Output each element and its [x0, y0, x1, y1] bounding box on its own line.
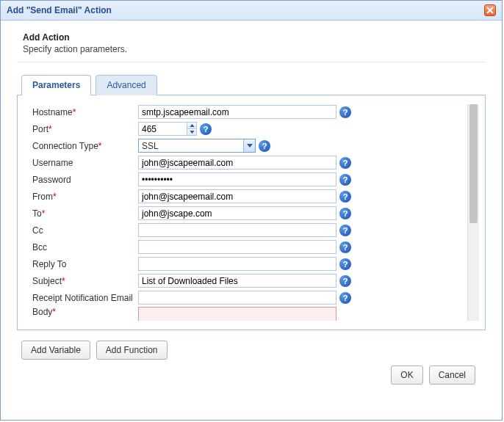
password-input[interactable]	[138, 172, 336, 186]
row-to: To* ?	[32, 205, 464, 221]
cancel-button[interactable]: Cancel	[429, 365, 475, 385]
dropdown-toggle	[243, 139, 255, 152]
cc-input[interactable]	[138, 223, 336, 237]
port-spin-up[interactable]	[187, 123, 196, 129]
close-button[interactable]	[484, 4, 496, 16]
help-icon[interactable]: ?	[339, 106, 351, 118]
help-icon[interactable]: ?	[339, 241, 351, 253]
bcc-input[interactable]	[138, 240, 336, 254]
connection-type-select[interactable]: SSL	[138, 139, 256, 153]
help-icon[interactable]: ?	[339, 275, 351, 287]
label-from: From*	[32, 192, 138, 202]
close-icon	[486, 7, 494, 14]
username-input[interactable]	[138, 156, 336, 170]
dialog-footer: OK Cancel	[17, 360, 486, 393]
titlebar: Add "Send Email" Action	[1, 1, 502, 21]
label-hostname: Hostname*	[32, 107, 138, 117]
row-username: Username ?	[32, 155, 464, 170]
port-input[interactable]	[138, 122, 187, 136]
help-icon[interactable]: ?	[339, 258, 351, 270]
dialog-window: Add "Send Email" Action Add Action Speci…	[0, 0, 503, 421]
tab-advanced[interactable]: Advanced	[96, 75, 156, 95]
vertical-scrollbar[interactable]	[467, 104, 479, 321]
row-bcc: Bcc ?	[32, 239, 464, 255]
help-icon[interactable]: ?	[339, 292, 351, 304]
receipt-input[interactable]	[138, 291, 336, 305]
label-to: To*	[32, 208, 138, 219]
header-title: Add Action	[23, 32, 486, 43]
chevron-down-icon	[247, 144, 253, 148]
row-subject: Subject* ?	[32, 273, 464, 288]
help-icon[interactable]: ?	[339, 174, 351, 186]
add-variable-button[interactable]: Add Variable	[21, 341, 90, 360]
dialog-body: Add Action Specify action parameters. Pa…	[1, 21, 502, 420]
label-bcc: Bcc	[32, 242, 138, 252]
row-from: From* ?	[32, 189, 464, 204]
row-password: Password ?	[32, 172, 464, 187]
tab-strip: Parameters Advanced	[17, 74, 486, 95]
action-buttons-row: Add Variable Add Function	[17, 341, 486, 360]
form-area: Hostname* ? Port*	[32, 104, 464, 321]
connection-type-value: SSL	[139, 141, 243, 151]
subject-input[interactable]	[138, 274, 336, 288]
chevron-up-icon	[190, 124, 195, 127]
row-port: Port* ?	[32, 121, 464, 137]
label-reply-to: Reply To	[32, 259, 138, 269]
row-reply-to: Reply To ?	[32, 256, 464, 272]
tab-panel-parameters: Hostname* ? Port*	[17, 95, 486, 330]
scrollbar-thumb[interactable]	[469, 104, 478, 223]
port-spin-down[interactable]	[187, 129, 196, 135]
label-subject: Subject*	[32, 276, 138, 286]
hostname-input[interactable]	[138, 105, 336, 119]
row-connection-type: Connection Type* SSL ?	[32, 138, 464, 153]
port-spinner	[138, 122, 197, 136]
help-icon[interactable]: ?	[339, 225, 351, 236]
header-subtitle: Specify action parameters.	[23, 44, 486, 54]
row-cc: Cc ?	[32, 222, 464, 238]
window-title: Add "Send Email" Action	[7, 5, 112, 15]
label-password: Password	[32, 175, 138, 185]
chevron-down-icon	[190, 131, 195, 134]
label-receipt: Receipt Notification Email	[32, 293, 138, 303]
label-connection-type: Connection Type*	[32, 141, 138, 151]
help-icon[interactable]: ?	[259, 140, 270, 152]
label-body: Body*	[32, 307, 138, 317]
ok-button[interactable]: OK	[391, 365, 422, 385]
from-input[interactable]	[138, 189, 336, 203]
label-port: Port*	[32, 124, 138, 134]
body-textarea[interactable]	[138, 307, 336, 321]
label-cc: Cc	[32, 225, 138, 236]
header-block: Add Action Specify action parameters.	[17, 31, 486, 62]
tab-parameters[interactable]: Parameters	[21, 75, 91, 95]
to-input[interactable]	[138, 206, 336, 220]
help-icon[interactable]: ?	[339, 157, 351, 169]
help-icon[interactable]: ?	[339, 208, 351, 219]
row-hostname: Hostname* ?	[32, 104, 464, 120]
row-body: Body*	[32, 307, 464, 321]
row-receipt: Receipt Notification Email ?	[32, 290, 464, 305]
add-function-button[interactable]: Add Function	[96, 341, 168, 360]
help-icon[interactable]: ?	[339, 191, 351, 203]
label-username: Username	[32, 158, 138, 168]
reply-to-input[interactable]	[138, 257, 336, 271]
help-icon[interactable]: ?	[200, 123, 212, 135]
